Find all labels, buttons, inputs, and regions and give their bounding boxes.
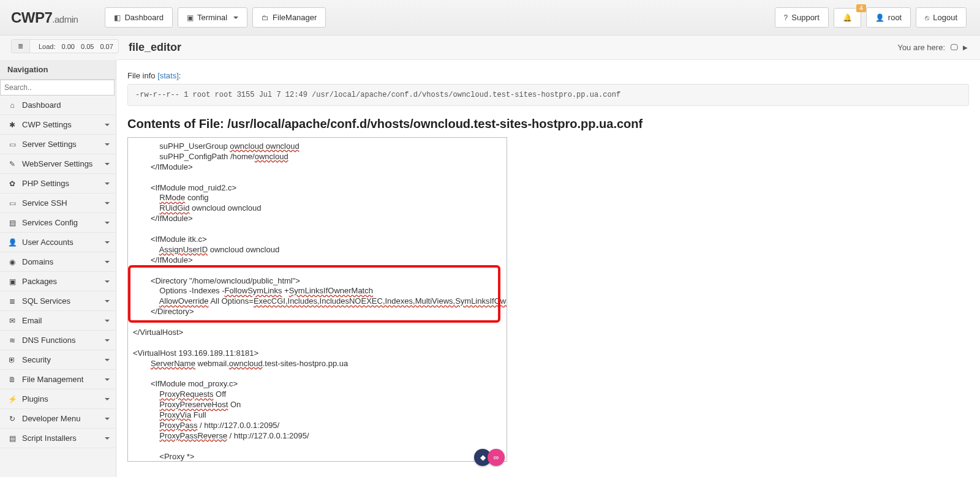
chevron-down-icon [105, 359, 110, 364]
chevron-down-icon [105, 398, 110, 403]
editor-line[interactable]: AssignUserID owncloud owncloud [133, 245, 502, 255]
notification-badge: 4 [856, 4, 866, 12]
editor-line[interactable] [133, 317, 502, 328]
chevron-down-icon [105, 143, 110, 148]
nav-item-icon: 👤 [7, 238, 17, 247]
sidebar-item-file-management[interactable]: 🗎File Management [0, 370, 116, 389]
nav-item-label: Domains [22, 257, 53, 266]
floating-help-bubbles[interactable]: ◆ ∞ [478, 449, 505, 466]
nav-item-icon: ✱ [7, 121, 17, 129]
sidebar-item-services-config[interactable]: ▤Services Config [0, 213, 116, 233]
editor-line[interactable] [133, 338, 502, 348]
editor-line[interactable]: suPHP_ConfigPath /home/owncloud [133, 152, 502, 162]
editor-line[interactable]: </IfModule> [133, 162, 502, 173]
nav-item-label: Packages [22, 277, 57, 286]
editor-line[interactable]: <VirtualHost 193.169.189.11:8181> [133, 348, 502, 359]
editor-line[interactable]: <Proxy *> [133, 452, 502, 461]
terminal-button[interactable]: ▣ Terminal [178, 7, 247, 28]
dashboard-button[interactable]: ◧ Dashboard [105, 7, 173, 28]
dashboard-icon: ◧ [114, 13, 121, 22]
sidebar-item-server-settings[interactable]: ▭Server Settings [0, 135, 116, 154]
chevron-down-icon [105, 300, 110, 305]
editor-line[interactable] [133, 173, 502, 183]
sidebar-item-domains[interactable]: ◉Domains [0, 252, 116, 272]
nav-item-label: Plugins [22, 394, 48, 404]
editor-line[interactable]: ProxyPreserveHost On [133, 400, 502, 410]
nav-item-label: Email [22, 316, 42, 325]
editor-line[interactable]: suPHP_UserGroup owncloud owncloud [133, 141, 502, 152]
nav-item-label: Server Settings [22, 140, 77, 149]
load-v1: 0.00 [62, 43, 75, 50]
nav-item-label: Developer Menu [22, 414, 80, 423]
sidebar-item-packages[interactable]: ▣Packages [0, 272, 116, 291]
editor-line[interactable]: <IfModule mod_proxy.c> [133, 379, 502, 389]
chevron-down-icon [105, 437, 110, 442]
editor-line[interactable]: ProxyPassReverse / http://127.0.0.1:2095… [133, 431, 502, 441]
editor-line[interactable]: </IfModule> [133, 214, 502, 224]
help-bubble-pink-icon[interactable]: ∞ [488, 449, 505, 466]
chevron-right-icon: ▶ [963, 44, 968, 51]
sidebar-item-service-ssh[interactable]: ▭Service SSH [0, 193, 116, 213]
chevron-down-icon [105, 320, 110, 325]
filemanager-button[interactable]: 🗀 FileManager [252, 7, 326, 28]
editor-line[interactable]: </VirtualHost> [133, 328, 502, 338]
sidebar-item-script-installers[interactable]: ▤Script Installers [0, 429, 116, 448]
editor-line[interactable]: ProxyVia Full [133, 410, 502, 421]
editor-line[interactable] [133, 369, 502, 380]
brand-logo[interactable]: CWP7.admin [11, 9, 102, 26]
sidebar-item-plugins[interactable]: ⚡Plugins [0, 389, 116, 409]
nav-item-icon: ▭ [7, 199, 17, 208]
editor-line[interactable]: <IfModule itk.c> [133, 235, 502, 245]
sidebar-item-email[interactable]: ✉Email [0, 311, 116, 331]
sidebar-item-php-settings[interactable]: ✿PHP Settings [0, 174, 116, 193]
editor-line[interactable] [133, 441, 502, 452]
editor-line[interactable]: RUidGid owncloud owncloud [133, 203, 502, 214]
question-icon: ? [784, 13, 788, 22]
editor-line[interactable]: ProxyRequests Off [133, 389, 502, 400]
editor-line[interactable]: <IfModule mod_ruid2.c> [133, 183, 502, 193]
search-input[interactable] [0, 80, 115, 96]
editor-line[interactable]: RMode config [133, 193, 502, 203]
editor-line[interactable]: ProxyPass / http://127.0.0.1:2095/ [133, 421, 502, 431]
nav-item-label: Script Installers [22, 434, 77, 443]
load-indicator: ≣ Load: 0.00 0.05 0.07 [11, 39, 119, 53]
file-stat-line: -rw-r--r-- 1 root root 3155 Jul 7 12:49 … [127, 84, 969, 106]
nav-item-label: Services Config [22, 218, 78, 227]
breadcrumb: file_editor You are here: 🖵 ▶ [116, 36, 980, 60]
sidebar-item-user-accounts[interactable]: 👤User Accounts [0, 233, 116, 252]
filemanager-label: FileManager [273, 13, 317, 22]
sidebar-item-sql-services[interactable]: ≣SQL Services [0, 291, 116, 311]
sidebar-item-dashboard[interactable]: ⌂Dashboard [0, 96, 116, 115]
brand-main: CWP7 [11, 9, 52, 26]
file-editor[interactable]: suPHP_UserGroup owncloud owncloud suPHP_… [127, 137, 507, 462]
sidebar-item-webserver-settings[interactable]: ✎WebServer Settings [0, 154, 116, 174]
nav-item-icon: ✿ [7, 179, 17, 188]
editor-line[interactable]: ServerName webmail.owncloud.test-sites-h… [133, 359, 502, 369]
sidebar-item-security[interactable]: ⛨Security [0, 350, 116, 370]
user-button[interactable]: 👤 root [866, 7, 911, 28]
logout-button[interactable]: ⎋ Logout [916, 7, 967, 28]
support-button[interactable]: ? Support [775, 7, 829, 28]
sidebar-item-developer-menu[interactable]: ↻Developer Menu [0, 409, 116, 429]
editor-line[interactable]: Options -Indexes -FollowSymLinks +SymLin… [133, 286, 502, 296]
editor-line[interactable] [133, 224, 502, 235]
sidebar-item-cwp-settings[interactable]: ✱CWP Settings [0, 115, 116, 135]
editor-line[interactable]: </IfModule> [133, 255, 502, 266]
editor-line[interactable] [133, 266, 502, 276]
editor-line[interactable]: </Directory> [133, 307, 502, 317]
load-label: Load: [39, 43, 56, 50]
stats-link[interactable]: [stats] [157, 71, 179, 80]
nav-item-icon: ≣ [7, 297, 17, 306]
nav-item-label: User Accounts [22, 238, 74, 247]
nav-item-label: CWP Settings [22, 120, 72, 129]
contents-heading: Contents of File: /usr/local/apache/conf… [127, 117, 969, 131]
editor-line[interactable]: <Directory "/home/owncloud/public_html"> [133, 276, 502, 287]
nav-item-label: Security [22, 355, 51, 364]
nav-item-icon: ▭ [7, 140, 17, 149]
sidebar-item-dns-functions[interactable]: ≋DNS Functions [0, 331, 116, 350]
chevron-down-icon [105, 241, 110, 246]
monitor-icon[interactable]: 🖵 [950, 43, 958, 52]
nav-item-icon: ⚡ [7, 395, 17, 404]
editor-line[interactable]: AllowOverride All Options=ExecCGI,Includ… [133, 296, 502, 307]
breadcrumb-label: You are here: [897, 43, 945, 52]
